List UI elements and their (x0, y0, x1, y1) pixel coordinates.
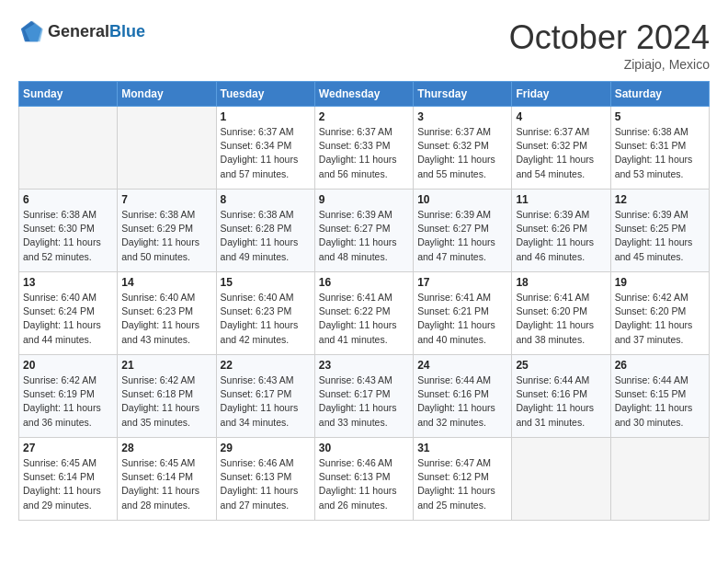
calendar-cell: 27Sunrise: 6:45 AMSunset: 6:14 PMDayligh… (19, 438, 118, 521)
day-info: Sunrise: 6:47 AMSunset: 6:12 PMDaylight:… (417, 456, 507, 512)
calendar-cell: 15Sunrise: 6:40 AMSunset: 6:23 PMDayligh… (216, 272, 314, 355)
weekday-header: Thursday (414, 82, 512, 107)
day-info: Sunrise: 6:45 AMSunset: 6:14 PMDaylight:… (23, 456, 113, 512)
calendar-cell: 4Sunrise: 6:37 AMSunset: 6:32 PMDaylight… (512, 107, 610, 190)
calendar-cell: 6Sunrise: 6:38 AMSunset: 6:30 PMDaylight… (19, 190, 118, 272)
day-number: 12 (615, 193, 705, 206)
day-number: 5 (615, 110, 705, 123)
day-number: 3 (417, 110, 507, 123)
calendar-cell: 7Sunrise: 6:38 AMSunset: 6:29 PMDaylight… (118, 190, 216, 272)
page-header: GeneralBlue October 2024 Zipiajo, Mexico (18, 18, 710, 72)
calendar-cell (512, 438, 610, 521)
calendar-cell: 3Sunrise: 6:37 AMSunset: 6:32 PMDaylight… (414, 107, 512, 190)
day-info: Sunrise: 6:37 AMSunset: 6:32 PMDaylight:… (516, 125, 606, 181)
day-info: Sunrise: 6:43 AMSunset: 6:17 PMDaylight:… (319, 373, 409, 430)
weekday-header-row: SundayMondayTuesdayWednesdayThursdayFrid… (19, 82, 710, 107)
weekday-header: Saturday (610, 82, 709, 107)
day-info: Sunrise: 6:37 AMSunset: 6:32 PMDaylight:… (417, 125, 507, 181)
day-number: 30 (319, 442, 409, 454)
day-number: 16 (319, 276, 409, 289)
day-number: 4 (516, 110, 606, 123)
calendar-cell: 16Sunrise: 6:41 AMSunset: 6:22 PMDayligh… (314, 272, 413, 355)
day-number: 18 (516, 276, 606, 289)
day-number: 20 (23, 359, 113, 372)
day-info: Sunrise: 6:38 AMSunset: 6:29 PMDaylight:… (121, 208, 211, 264)
day-info: Sunrise: 6:39 AMSunset: 6:26 PMDaylight:… (516, 208, 606, 264)
day-info: Sunrise: 6:44 AMSunset: 6:16 PMDaylight:… (417, 373, 507, 430)
logo: GeneralBlue (18, 18, 145, 44)
day-number: 9 (319, 193, 409, 206)
calendar-cell: 23Sunrise: 6:43 AMSunset: 6:17 PMDayligh… (314, 355, 413, 438)
day-number: 28 (121, 442, 211, 454)
day-info: Sunrise: 6:40 AMSunset: 6:23 PMDaylight:… (221, 291, 311, 347)
day-info: Sunrise: 6:41 AMSunset: 6:20 PMDaylight:… (516, 291, 606, 347)
day-info: Sunrise: 6:46 AMSunset: 6:13 PMDaylight:… (319, 456, 409, 512)
day-info: Sunrise: 6:38 AMSunset: 6:31 PMDaylight:… (615, 125, 705, 181)
day-number: 8 (221, 193, 311, 206)
calendar-cell: 2Sunrise: 6:37 AMSunset: 6:33 PMDaylight… (314, 107, 413, 190)
day-info: Sunrise: 6:42 AMSunset: 6:18 PMDaylight:… (121, 373, 211, 430)
logo-blue: Blue (109, 22, 145, 40)
day-number: 23 (319, 359, 409, 372)
calendar-cell: 1Sunrise: 6:37 AMSunset: 6:34 PMDaylight… (216, 107, 314, 190)
day-info: Sunrise: 6:38 AMSunset: 6:28 PMDaylight:… (221, 208, 311, 264)
calendar-cell: 20Sunrise: 6:42 AMSunset: 6:19 PMDayligh… (19, 355, 118, 438)
day-info: Sunrise: 6:40 AMSunset: 6:24 PMDaylight:… (23, 291, 113, 347)
day-info: Sunrise: 6:44 AMSunset: 6:16 PMDaylight:… (516, 373, 606, 430)
calendar-cell: 10Sunrise: 6:39 AMSunset: 6:27 PMDayligh… (414, 190, 512, 272)
calendar-cell: 12Sunrise: 6:39 AMSunset: 6:25 PMDayligh… (610, 190, 709, 272)
day-info: Sunrise: 6:37 AMSunset: 6:34 PMDaylight:… (221, 125, 311, 181)
day-info: Sunrise: 6:40 AMSunset: 6:23 PMDaylight:… (121, 291, 211, 347)
day-number: 27 (23, 442, 113, 454)
logo-icon (18, 18, 44, 44)
day-info: Sunrise: 6:44 AMSunset: 6:15 PMDaylight:… (615, 373, 705, 430)
calendar-cell: 31Sunrise: 6:47 AMSunset: 6:12 PMDayligh… (414, 438, 512, 521)
day-number: 17 (417, 276, 507, 289)
calendar-cell (19, 107, 118, 190)
day-number: 31 (417, 442, 507, 454)
day-info: Sunrise: 6:37 AMSunset: 6:33 PMDaylight:… (319, 125, 409, 181)
day-info: Sunrise: 6:43 AMSunset: 6:17 PMDaylight:… (221, 373, 311, 430)
day-number: 7 (121, 193, 211, 206)
calendar-cell (610, 438, 709, 521)
calendar-table: SundayMondayTuesdayWednesdayThursdayFrid… (18, 81, 710, 521)
weekday-header: Wednesday (314, 82, 413, 107)
day-number: 26 (615, 359, 705, 372)
calendar-cell: 22Sunrise: 6:43 AMSunset: 6:17 PMDayligh… (216, 355, 314, 438)
title-area: October 2024 Zipiajo, Mexico (509, 18, 710, 72)
day-number: 22 (221, 359, 311, 372)
day-info: Sunrise: 6:41 AMSunset: 6:22 PMDaylight:… (319, 291, 409, 347)
day-number: 1 (221, 110, 311, 123)
calendar-cell: 18Sunrise: 6:41 AMSunset: 6:20 PMDayligh… (512, 272, 610, 355)
calendar-cell: 28Sunrise: 6:45 AMSunset: 6:14 PMDayligh… (118, 438, 216, 521)
logo-text: GeneralBlue (48, 22, 145, 41)
day-number: 11 (516, 193, 606, 206)
calendar-week-row: 20Sunrise: 6:42 AMSunset: 6:19 PMDayligh… (19, 355, 710, 438)
calendar-cell: 30Sunrise: 6:46 AMSunset: 6:13 PMDayligh… (314, 438, 413, 521)
day-info: Sunrise: 6:38 AMSunset: 6:30 PMDaylight:… (23, 208, 113, 264)
day-info: Sunrise: 6:42 AMSunset: 6:19 PMDaylight:… (23, 373, 113, 430)
day-number: 24 (417, 359, 507, 372)
calendar-week-row: 27Sunrise: 6:45 AMSunset: 6:14 PMDayligh… (19, 438, 710, 521)
day-number: 2 (319, 110, 409, 123)
location: Zipiajo, Mexico (509, 57, 710, 72)
calendar-week-row: 1Sunrise: 6:37 AMSunset: 6:34 PMDaylight… (19, 107, 710, 190)
calendar-cell: 29Sunrise: 6:46 AMSunset: 6:13 PMDayligh… (216, 438, 314, 521)
day-number: 19 (615, 276, 705, 289)
calendar-cell: 11Sunrise: 6:39 AMSunset: 6:26 PMDayligh… (512, 190, 610, 272)
day-info: Sunrise: 6:45 AMSunset: 6:14 PMDaylight:… (121, 456, 211, 512)
day-number: 6 (23, 193, 113, 206)
calendar-cell: 9Sunrise: 6:39 AMSunset: 6:27 PMDaylight… (314, 190, 413, 272)
day-info: Sunrise: 6:39 AMSunset: 6:25 PMDaylight:… (615, 208, 705, 264)
day-number: 29 (221, 442, 311, 454)
day-number: 25 (516, 359, 606, 372)
day-number: 15 (221, 276, 311, 289)
calendar-cell: 8Sunrise: 6:38 AMSunset: 6:28 PMDaylight… (216, 190, 314, 272)
calendar-cell: 21Sunrise: 6:42 AMSunset: 6:18 PMDayligh… (118, 355, 216, 438)
day-info: Sunrise: 6:39 AMSunset: 6:27 PMDaylight:… (319, 208, 409, 264)
day-info: Sunrise: 6:46 AMSunset: 6:13 PMDaylight:… (221, 456, 311, 512)
weekday-header: Sunday (19, 82, 118, 107)
calendar-cell: 5Sunrise: 6:38 AMSunset: 6:31 PMDaylight… (610, 107, 709, 190)
calendar-week-row: 6Sunrise: 6:38 AMSunset: 6:30 PMDaylight… (19, 190, 710, 272)
month-title: October 2024 (509, 18, 710, 57)
